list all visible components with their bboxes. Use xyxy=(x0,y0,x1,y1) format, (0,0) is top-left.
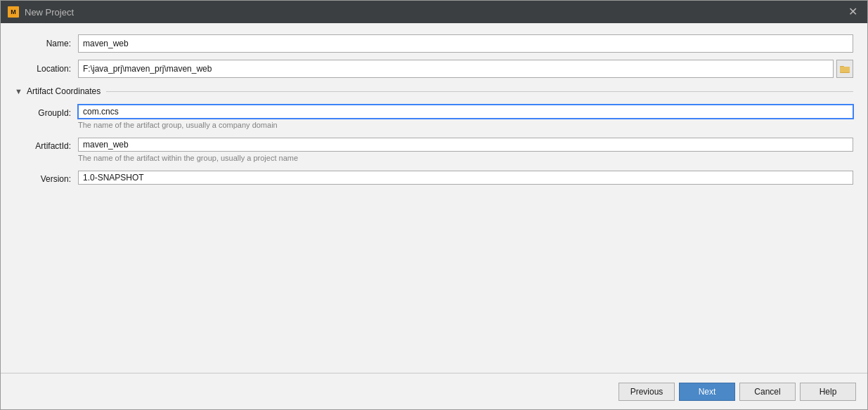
location-input[interactable] xyxy=(78,60,834,78)
folder-icon xyxy=(840,65,850,73)
artifact-id-field-group: The name of the artifact within the grou… xyxy=(78,138,853,168)
location-input-group xyxy=(78,60,853,78)
new-project-dialog: M New Project ✕ Name: Location: xyxy=(0,0,868,410)
group-id-input[interactable] xyxy=(78,105,853,119)
app-icon: M xyxy=(8,6,19,18)
dialog-footer: Previous Next Cancel Help xyxy=(1,373,867,409)
version-input[interactable] xyxy=(78,171,853,185)
next-button[interactable]: Next xyxy=(679,383,735,401)
version-label: Version: xyxy=(15,171,78,184)
group-id-field-group: The name of the artifact group, usually … xyxy=(78,105,853,135)
help-button[interactable]: Help xyxy=(800,383,856,401)
previous-button[interactable]: Previous xyxy=(618,383,675,401)
svg-rect-2 xyxy=(840,67,850,72)
version-row: Version: xyxy=(15,171,853,185)
close-button[interactable]: ✕ xyxy=(846,5,860,19)
title-bar-left: M New Project xyxy=(8,6,74,18)
artifact-coordinates-title: Artifact Coordinates xyxy=(27,86,101,96)
dialog-title: New Project xyxy=(25,7,74,18)
artifact-coordinates-section: GroupId: The name of the artifact group,… xyxy=(15,105,853,185)
artifact-coordinates-section-header[interactable]: ▼ Artifact Coordinates xyxy=(15,86,853,96)
artifact-id-label: ArtifactId: xyxy=(15,138,78,151)
artifact-id-input[interactable] xyxy=(78,138,853,152)
artifact-id-row: ArtifactId: The name of the artifact wit… xyxy=(15,138,853,168)
cancel-button[interactable]: Cancel xyxy=(739,383,796,401)
group-id-label: GroupId: xyxy=(15,105,78,118)
group-id-hint: The name of the artifact group, usually … xyxy=(78,121,853,129)
name-row: Name: xyxy=(15,34,853,53)
group-id-row: GroupId: The name of the artifact group,… xyxy=(15,105,853,135)
location-row: Location: xyxy=(15,60,853,78)
section-divider xyxy=(106,91,853,92)
browse-folder-button[interactable] xyxy=(836,60,853,78)
name-input[interactable] xyxy=(78,34,853,53)
artifact-id-hint: The name of the artifact within the grou… xyxy=(78,154,853,162)
section-collapse-arrow: ▼ xyxy=(15,87,22,95)
title-bar: M New Project ✕ xyxy=(1,1,867,23)
version-field-group xyxy=(78,171,853,185)
name-label: Name: xyxy=(15,39,78,48)
dialog-content: Name: Location: ▼ Artifact Coordinates xyxy=(1,23,867,373)
location-label: Location: xyxy=(15,64,78,74)
